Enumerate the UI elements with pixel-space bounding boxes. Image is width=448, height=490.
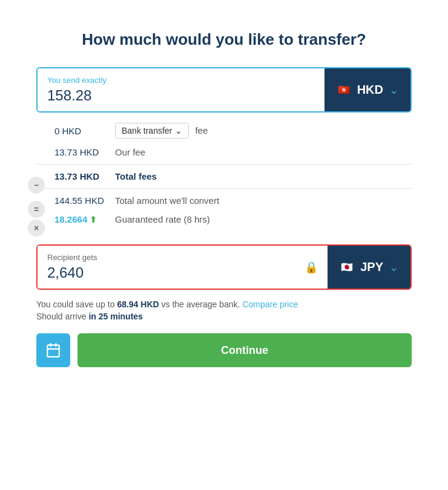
bank-transfer-chevron-icon: ⌄	[175, 126, 182, 136]
savings-amount: 68.94 HKD	[117, 299, 159, 309]
svg-rect-0	[47, 345, 59, 357]
total-convert-amount: 144.55 HKD	[36, 195, 115, 206]
lock-icon: 🔒	[305, 261, 318, 274]
savings-text-after: vs the average bank.	[159, 299, 240, 309]
recipient-label: Recipient gets	[47, 253, 97, 262]
arrive-time: in 25 minutes	[88, 312, 142, 321]
our-fee-amount: 13.73 HKD	[36, 147, 115, 157]
compare-price-link[interactable]: Compare price	[242, 299, 298, 309]
recipient-amount: 2,640	[47, 264, 97, 281]
jpy-flag: 🇯🇵	[340, 262, 354, 273]
bank-transfer-label: Bank transfer	[122, 126, 172, 136]
send-currency-chevron-icon: ⌄	[389, 83, 398, 97]
recipient-box: Recipient gets 2,640 🔒 🇯🇵 JPY ⌄	[36, 244, 412, 290]
rate-row: × 18.2664 ⬆ Guaranteed rate (8 hrs)	[36, 210, 412, 229]
calendar-icon	[45, 342, 61, 358]
send-input-area: You send exactly	[38, 68, 324, 111]
recipient-currency-chevron-icon: ⌄	[389, 261, 398, 274]
send-currency-selector[interactable]: 🇭🇰 HKD ⌄	[324, 68, 410, 111]
savings-text-before: You could save up to	[36, 299, 117, 309]
arrive-info: Should arrive in 25 minutes	[36, 312, 412, 321]
transfer-fee-desc: Bank transfer ⌄ fee	[115, 123, 412, 139]
arrive-label: Should arrive	[36, 312, 88, 321]
page-title: How much would you like to transfer?	[36, 30, 412, 49]
send-currency-code: HKD	[357, 83, 383, 97]
rate-amount: 18.2664 ⬆	[36, 214, 115, 224]
bank-transfer-button[interactable]: Bank transfer ⌄	[115, 123, 189, 139]
total-fees-label: Total fees	[115, 171, 412, 181]
hkd-flag: 🇭🇰	[337, 85, 351, 96]
recipient-currency-selector[interactable]: 🇯🇵 JPY ⌄	[328, 246, 410, 289]
send-amount-input[interactable]	[47, 87, 315, 104]
recipient-left: Recipient gets 2,640	[47, 253, 97, 281]
our-fee-row: 13.73 HKD Our fee	[36, 143, 412, 162]
transfer-fee-amount: 0 HKD	[36, 126, 115, 136]
divider-2	[36, 188, 412, 189]
fee-suffix-label: fee	[195, 125, 208, 136]
rate-up-arrow-icon: ⬆	[90, 215, 97, 224]
recipient-input-area: Recipient gets 2,640 🔒	[38, 246, 328, 289]
recipient-currency-code: JPY	[360, 260, 383, 274]
our-fee-label: Our fee	[115, 147, 412, 157]
times-icon: ×	[28, 220, 45, 237]
send-box: You send exactly 🇭🇰 HKD ⌄	[36, 67, 412, 113]
total-fees-row: − 13.73 HKD Total fees	[36, 167, 412, 186]
fee-breakdown: 0 HKD Bank transfer ⌄ fee 13.73 HKD Our …	[36, 113, 412, 235]
total-convert-label: Total amount we'll convert	[115, 195, 412, 206]
total-convert-row: = 144.55 HKD Total amount we'll convert	[36, 191, 412, 210]
bottom-buttons: Continue	[36, 333, 412, 367]
transfer-fee-row: 0 HKD Bank transfer ⌄ fee	[36, 119, 412, 143]
savings-info: You could save up to 68.94 HKD vs the av…	[36, 299, 412, 309]
continue-button[interactable]: Continue	[77, 333, 412, 367]
divider-1	[36, 164, 412, 165]
send-label: You send exactly	[47, 76, 315, 85]
compare-price-label: Compare price	[242, 299, 298, 309]
rate-label: Guaranteed rate (8 hrs)	[115, 214, 412, 224]
rate-value: 18.2664	[54, 214, 87, 224]
calendar-button[interactable]	[36, 333, 70, 367]
total-fees-amount: 13.73 HKD	[36, 171, 115, 181]
